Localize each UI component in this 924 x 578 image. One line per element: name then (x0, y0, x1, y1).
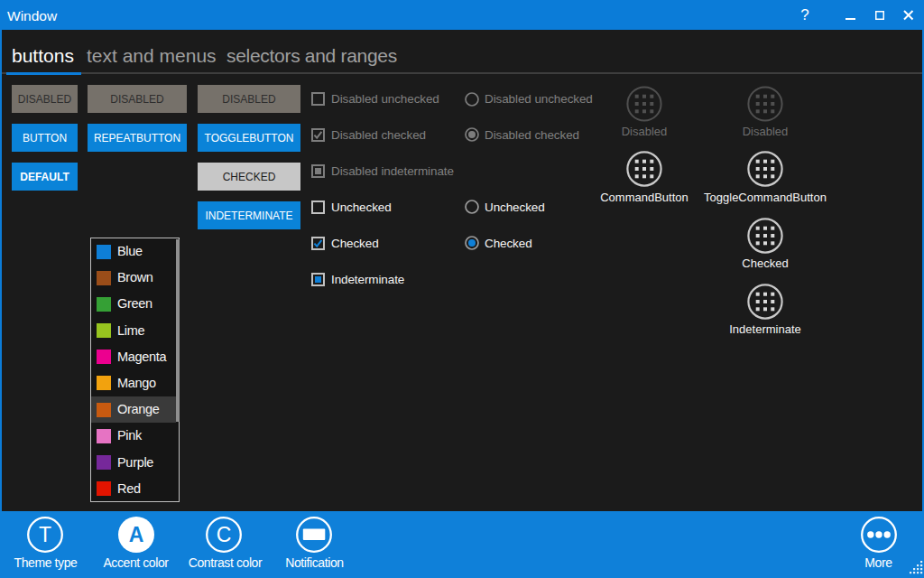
svg-text:A: A (129, 523, 144, 546)
svg-text:C: C (217, 523, 232, 546)
svg-text:T: T (39, 523, 51, 546)
